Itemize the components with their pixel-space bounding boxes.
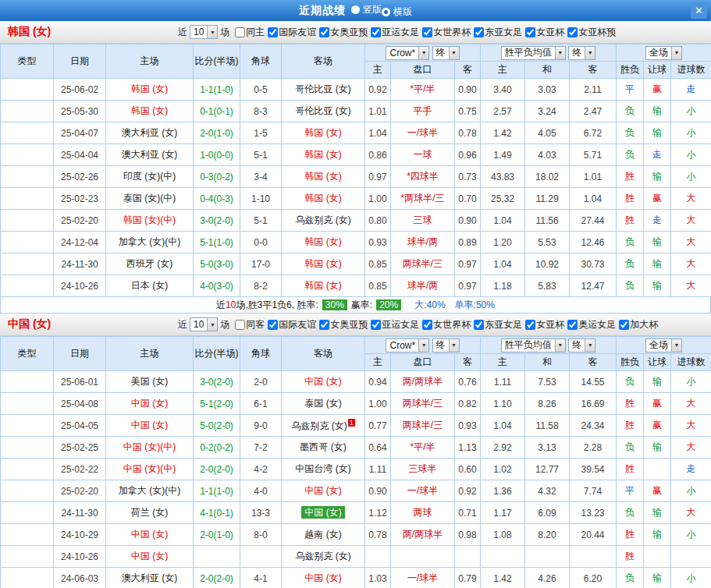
result-handicap: 赢 [644, 480, 671, 502]
match-date: 25-02-22 [54, 459, 106, 480]
match-type-badge[interactable]: 国际友谊 [1, 232, 54, 253]
avg-draw-odds: 11.58 [525, 415, 570, 437]
match-count-select[interactable]: 10▼ [190, 317, 218, 331]
odds-source-select[interactable]: Crow*▼ [386, 46, 429, 60]
avg-odds-select[interactable]: 胜平负均值▼ [501, 338, 566, 352]
away-team: 哥伦比亚 (女) [282, 79, 365, 101]
avg-odds-select[interactable]: 胜平负均值▼ [501, 46, 566, 60]
handicap-line: 球半/两 [391, 232, 455, 253]
match-type-badge[interactable]: 国际友谊 [1, 459, 54, 480]
handicap-odds-away: 0.90 [455, 210, 481, 232]
filter-checkbox[interactable]: 亚运女足 [371, 26, 419, 39]
summary-text: 场,胜3平1负6, 胜率: [236, 299, 318, 312]
checkbox-input[interactable] [371, 27, 381, 37]
match-row: 国际友谊25-02-26印度 (女)(中)0-3(0-2)3-4韩国 (女)0.… [1, 166, 711, 188]
checkbox-input[interactable] [319, 27, 329, 37]
checkbox-input[interactable] [474, 27, 484, 37]
filter-checkbox[interactable]: 同客 [235, 318, 265, 331]
filter-checkbox[interactable]: 女亚杯 [525, 318, 564, 331]
avg-draw-odds: 4.03 [525, 144, 570, 166]
avg-away-odds [570, 546, 617, 568]
filter-checkbox[interactable]: 女奥亚预 [319, 26, 368, 39]
filter-checkbox[interactable]: 同主 [235, 26, 265, 39]
away-team-name: 中国台湾 (女) [295, 463, 350, 474]
checkbox-input[interactable] [422, 27, 432, 37]
handicap-odds-home: 0.80 [365, 210, 391, 232]
filter-checkbox-label: 女亚杯预 [578, 26, 616, 39]
handicap-odds-away: 0.97 [455, 275, 481, 297]
match-type-badge[interactable]: 国际友谊 [1, 253, 54, 275]
full-match-select[interactable]: 全场▼ [645, 46, 682, 60]
filter-checkbox[interactable]: 加大杯 [619, 318, 658, 331]
layout-radio[interactable]: 竖版 [351, 3, 382, 16]
match-type-badge[interactable]: 国际友谊 [1, 166, 54, 188]
checkbox-input[interactable] [474, 320, 484, 330]
filter-checkbox-label: 女世界杯 [433, 26, 471, 39]
filter-checkbox[interactable]: 国际友谊 [268, 318, 316, 331]
filter-checkbox[interactable]: 国际友谊 [268, 26, 316, 39]
match-type-badge[interactable]: 国际友谊 [1, 101, 54, 122]
home-team-name: 韩国 (女)(中) [123, 214, 176, 225]
final-odds-select[interactable]: 终▼ [432, 338, 460, 352]
col-header-date: 日期 [54, 44, 106, 79]
match-type-badge[interactable]: 国际友谊 [1, 437, 54, 459]
checkbox-input[interactable] [319, 320, 329, 330]
final-avg-select[interactable]: 终▼ [568, 46, 595, 60]
final-odds-select[interactable]: 终▼ [432, 46, 460, 60]
match-type-badge[interactable]: 国际友谊 [1, 144, 54, 166]
checkbox-input[interactable] [525, 320, 535, 330]
filter-checkbox[interactable]: 东亚女足 [474, 318, 522, 331]
checkbox-input[interactable] [525, 27, 535, 37]
match-type-badge[interactable]: 国际友谊 [1, 275, 54, 297]
sub-col-header: 客 [455, 354, 481, 371]
match-type-badge[interactable]: 国际友谊 [1, 122, 54, 144]
filter-checkbox[interactable]: 亚运女足 [371, 318, 419, 331]
radio-icon [382, 8, 390, 16]
avg-away-odds: 12.46 [570, 232, 617, 253]
checkbox-input[interactable] [235, 27, 245, 37]
handicap-line: *平/半 [391, 79, 455, 101]
match-type-badge[interactable]: 国际友谊 [1, 393, 54, 415]
checkbox-input[interactable] [619, 320, 629, 330]
match-type-badge[interactable]: 国际友谊 [1, 480, 54, 502]
checkbox-input[interactable] [371, 320, 381, 330]
filter-checkbox[interactable]: 女亚杯预 [567, 26, 616, 39]
filter-checkbox[interactable]: 女亚杯 [525, 26, 564, 39]
result-win-draw-loss: 负 [617, 437, 644, 459]
match-type-badge[interactable]: 国际友谊 [1, 79, 54, 101]
score-halftime [194, 546, 240, 568]
handicap-odds-home: 0.77 [365, 415, 391, 437]
checkbox-input[interactable] [567, 27, 578, 37]
match-type-badge[interactable]: 国际友谊 [1, 546, 54, 568]
corners: 4-2 [240, 459, 282, 480]
match-date: 24-10-26 [54, 546, 106, 568]
checkbox-input[interactable] [422, 320, 432, 330]
filter-checkbox[interactable]: 女奥亚预 [319, 318, 368, 331]
col-header-date: 日期 [54, 337, 106, 371]
odds-source-select[interactable]: Crow*▼ [386, 338, 429, 352]
filter-checkbox[interactable]: 奥运女足 [567, 318, 616, 331]
match-type-badge[interactable]: 国际友谊 [1, 524, 54, 546]
home-team-name: 加拿大 (女)(中) [119, 485, 180, 496]
corners: 8-0 [240, 524, 282, 546]
team-section: 韩国 (女) 近 10▼ 场 同主国际友谊女奥亚预亚运女足女世界杯东亚女足女亚杯… [0, 21, 711, 313]
match-type-badge[interactable]: 国际友谊 [1, 371, 54, 393]
match-type-badge[interactable]: 国际友谊 [1, 568, 54, 588]
filter-checkbox[interactable]: 东亚女足 [474, 26, 522, 39]
final-avg-select[interactable]: 终▼ [568, 338, 595, 352]
layout-radio[interactable]: 横版 [382, 5, 412, 19]
filter-checkbox[interactable]: 女世界杯 [422, 318, 471, 331]
match-type-badge[interactable]: 国际友谊 [1, 502, 54, 524]
checkbox-input[interactable] [567, 320, 578, 330]
match-type-badge[interactable]: 国际友谊 [1, 210, 54, 232]
close-icon[interactable]: ✕ [691, 2, 707, 19]
handicap-line: 一/球半 [391, 122, 455, 144]
filter-checkbox[interactable]: 女世界杯 [422, 26, 471, 39]
checkbox-input[interactable] [268, 320, 278, 330]
checkbox-input[interactable] [268, 27, 278, 37]
checkbox-input[interactable] [235, 320, 245, 330]
full-match-select[interactable]: 全场▼ [645, 338, 682, 352]
match-type-badge[interactable]: 国际友谊 [1, 415, 54, 437]
match-type-badge[interactable]: 国际友谊 [1, 188, 54, 210]
match-count-select[interactable]: 10▼ [190, 25, 218, 39]
